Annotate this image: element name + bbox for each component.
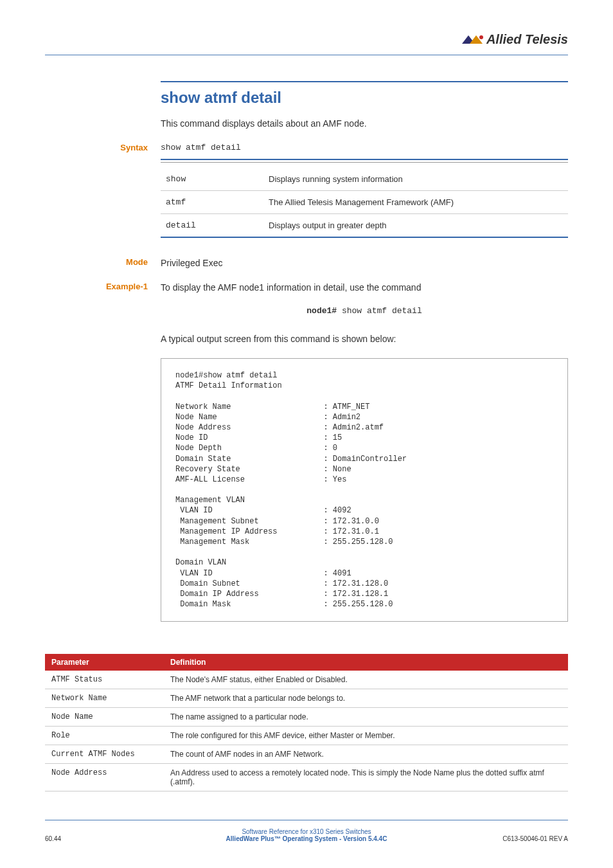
example-command: node1# show atmf detail	[161, 306, 568, 316]
command-text: show atmf detail	[337, 306, 422, 316]
example-followup: A typical output screen from this comman…	[161, 334, 568, 344]
footer-page-number: 60.44	[45, 835, 61, 842]
table-row: ATMF Status The Node's AMF status, eithe…	[45, 671, 568, 689]
footer-line1: Software Reference for x310 Series Switc…	[45, 828, 568, 835]
param-name: Network Name	[45, 689, 164, 708]
command-prompt: node1#	[306, 306, 337, 316]
footer-line2: AlliedWare Plus™ Operating System - Vers…	[45, 835, 568, 842]
output-box: node1#show atmf detail ATMF Detail Infor…	[161, 358, 568, 622]
definition-table: Parameter Definition ATMF Status The Nod…	[45, 654, 568, 791]
table-row: show Displays running system information	[161, 168, 568, 191]
table-row: detail Displays output in greater depth	[161, 214, 568, 238]
param-def: The role configured for this AMF device,…	[164, 727, 568, 745]
table-row: atmf The Allied Telesis Management Frame…	[161, 191, 568, 214]
param-def: The name assigned to a particular node.	[164, 708, 568, 727]
intro-text: This command displays details about an A…	[161, 118, 568, 129]
param-def: An Address used to access a remotely loc…	[164, 764, 568, 791]
param-name: ATMF Status	[45, 671, 164, 689]
footer-doc-id: C613-50046-01 REV A	[502, 835, 568, 842]
example-label: Example-1	[45, 282, 148, 291]
param-cmd: atmf	[161, 191, 263, 214]
param-def: The Node's AMF status, either Enabled or…	[164, 671, 568, 689]
mode-section: Mode Privileged Exec	[161, 257, 568, 269]
param-name: Node Name	[45, 708, 164, 727]
param-def: The count of AMF nodes in an AMF Network…	[164, 745, 568, 764]
param-desc: Displays running system information	[263, 168, 568, 191]
col-definition: Definition	[164, 654, 568, 671]
example-section: Example-1 To display the AMF node1 infor…	[161, 282, 568, 293]
syntax-params-table: show Displays running system information…	[161, 168, 568, 238]
param-cmd: show	[161, 168, 263, 191]
table-top-rule	[161, 159, 568, 163]
param-name: Node Address	[45, 764, 164, 791]
param-cmd: detail	[161, 214, 263, 238]
param-desc: The Allied Telesis Management Framework …	[263, 191, 568, 214]
table-header-row: Parameter Definition	[45, 654, 568, 671]
col-parameter: Parameter	[45, 654, 164, 671]
table-row: Role The role configured for this AMF de…	[45, 727, 568, 745]
table-row: Current ATMF Nodes The count of AMF node…	[45, 745, 568, 764]
syntax-code: show atmf detail	[161, 143, 568, 152]
page-footer: Software Reference for x310 Series Switc…	[45, 820, 568, 842]
example-text: To display the AMF node1 information in …	[161, 282, 421, 293]
mode-label: Mode	[45, 257, 148, 267]
logo-text: Allied Telesis	[486, 32, 568, 46]
table-row: Node Name The name assigned to a particu…	[45, 708, 568, 727]
definition-table-wrap: Parameter Definition ATMF Status The Nod…	[45, 654, 568, 791]
syntax-section: Syntax show atmf detail show Displays ru…	[161, 143, 568, 238]
param-name: Role	[45, 727, 164, 745]
param-desc: Displays output in greater depth	[263, 214, 568, 238]
table-row: Network Name The AMF network that a part…	[45, 689, 568, 708]
header-divider	[45, 55, 568, 55]
page-title: show atmf detail	[161, 81, 568, 107]
table-row: Node Address An Address used to access a…	[45, 764, 568, 791]
param-def: The AMF network that a particular node b…	[164, 689, 568, 708]
syntax-label: Syntax	[45, 143, 148, 152]
svg-point-2	[479, 35, 483, 39]
mode-value: Privileged Exec	[161, 258, 223, 268]
logo-triangle-icon	[462, 33, 484, 48]
brand-logo: Allied Telesis	[462, 32, 568, 48]
param-name: Current ATMF Nodes	[45, 745, 164, 764]
